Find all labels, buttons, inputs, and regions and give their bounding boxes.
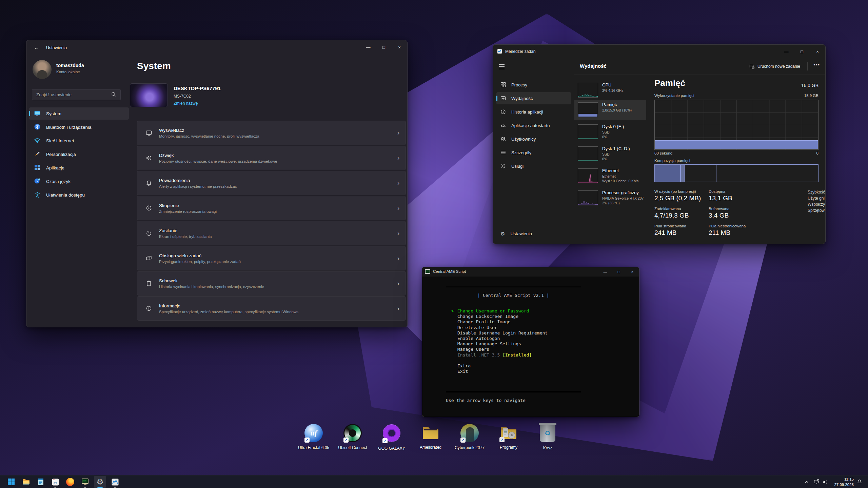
- menu-item[interactable]: De-elevate User: [446, 325, 609, 330]
- perf-item-memory[interactable]: Pamięć 2,8/15,9 GB (18%): [574, 100, 646, 120]
- settings-row-sound[interactable]: Dźwięk Poziomy głośności, wyjście, dane …: [137, 146, 406, 170]
- desktop-icon-programy[interactable]: ↗ Programy: [491, 424, 526, 450]
- sidebar-item-bluetooth[interactable]: Bluetooth i urządzenia: [29, 121, 129, 133]
- more-options-button[interactable]: •••: [813, 62, 820, 67]
- back-icon[interactable]: ←: [34, 44, 39, 50]
- nav-item-settings[interactable]: ⚙ Ustawienia: [496, 227, 571, 240]
- menu-item-selected[interactable]: >Change Username or Password: [446, 308, 609, 314]
- nav-item-startup-apps[interactable]: Aplikacje autostartu: [496, 119, 571, 131]
- run-new-task-button[interactable]: Uruchom nowe zadanie: [746, 61, 804, 72]
- console-body[interactable]: | Central AME Script v2.1 | >Change User…: [422, 277, 639, 417]
- clock-date: 27.09.2023: [828, 482, 854, 488]
- nav-item-processes[interactable]: Procesy: [496, 79, 571, 91]
- menu-item[interactable]: Manage Language Settings: [446, 341, 609, 347]
- network-icon[interactable]: [812, 476, 821, 488]
- shortcut-arrow-icon: ↗: [382, 438, 388, 443]
- terminal-button[interactable]: [79, 476, 91, 488]
- settings-row-power[interactable]: Zasilanie Ekran i uśpienie, tryb zasilan…: [137, 221, 406, 245]
- minimize-button[interactable]: —: [778, 45, 794, 58]
- nav-item-app-history[interactable]: Historia aplikacji: [496, 106, 571, 118]
- display-icon: [145, 129, 152, 136]
- settings-row-notifications[interactable]: Powiadomienia Alerty z aplikacji i syste…: [137, 171, 406, 195]
- desktop-icon-kosz[interactable]: ♻ Kosz: [530, 424, 565, 450]
- desktop-icon-cyberpunk-2077[interactable]: ↗ Cyberpunk 2077: [452, 424, 487, 450]
- maximize-button[interactable]: □: [376, 40, 392, 54]
- task-manager-titlebar: Menedżer zadań — □ ×: [493, 45, 825, 58]
- avatar[interactable]: [33, 60, 52, 79]
- settings-row-about[interactable]: Informacje Specyfikacje urządzeń, zmień …: [137, 296, 406, 321]
- hamburger-menu-icon[interactable]: [499, 64, 505, 69]
- menu-item-disabled[interactable]: Install .NET 3.5 [Installed]: [446, 352, 609, 358]
- perf-item-gpu[interactable]: Procesor graficzny NVIDIA GeForce RTX 20…: [574, 188, 646, 208]
- rename-link[interactable]: Zmień nazwę: [174, 101, 198, 106]
- separator-line: [446, 287, 581, 287]
- sidebar-item-label: Ułatwienia dostępu: [46, 192, 85, 198]
- perf-line3: 0%: [602, 135, 607, 139]
- perf-line2: 2,8/15,9 GB (18%): [602, 108, 632, 112]
- performance-list: CPU 3% 4,16 GHz Pamięć 2,8/15,9 GB (18%)…: [574, 75, 646, 244]
- search-input[interactable]: Znajdź ustawienie: [32, 89, 121, 100]
- sidebar-item-time-language[interactable]: Czas i język: [29, 175, 129, 187]
- start-button[interactable]: [5, 476, 17, 488]
- composition-standby: [685, 165, 716, 182]
- minimize-button[interactable]: —: [360, 40, 376, 54]
- firefox-button[interactable]: [64, 476, 76, 488]
- menu-item[interactable]: Change Profile Image: [446, 319, 609, 325]
- performance-icon: [500, 96, 506, 101]
- nav-label: Aplikacje autostartu: [511, 123, 550, 128]
- settings-row-focus[interactable]: Skupienie Zmniejszenie rozpraszania uwag…: [137, 196, 406, 220]
- close-button[interactable]: ×: [626, 267, 639, 277]
- task-manager-button[interactable]: [109, 476, 121, 488]
- nav-item-users[interactable]: Użytkownicy: [496, 133, 571, 145]
- nav-item-performance[interactable]: Wydajność: [496, 92, 571, 104]
- close-button[interactable]: ×: [392, 40, 407, 54]
- perf-item-ethernet[interactable]: Ethernet Ethernet Wysł.: 0 Odebr.: 0 Kb/…: [574, 166, 646, 186]
- menu-item[interactable]: Enable AutoLogon: [446, 336, 609, 341]
- perf-item-disk0[interactable]: Dysk 0 (E:) SSD 0%: [574, 122, 646, 142]
- history-icon: [500, 109, 506, 115]
- desktop-icon-ameliorated[interactable]: Ameliorated: [413, 424, 448, 450]
- sidebar-item-accessibility[interactable]: Ułatwienia dostępu: [29, 189, 129, 201]
- notepad-icon: [37, 478, 44, 486]
- menu-item[interactable]: Change Lockscreen Image: [446, 314, 609, 319]
- sidebar-item-apps[interactable]: Aplikacje: [29, 162, 129, 174]
- menu-item[interactable]: Extra: [446, 363, 609, 369]
- menu-item[interactable]: Manage Users: [446, 347, 609, 352]
- command-prompt-icon: [81, 478, 89, 486]
- stat-label: Pula stronicowana: [654, 224, 686, 228]
- user-name: tomaszduda: [56, 63, 84, 68]
- nav-label: Usługi: [511, 164, 524, 169]
- row-subtitle: Historia wycinania i kopiowania, synchro…: [159, 285, 264, 289]
- perf-line2: 3% 4,16 GHz: [602, 88, 623, 93]
- desktop-icon-gog-galaxy[interactable]: ↗ GOG GALAXY: [374, 424, 409, 451]
- settings-row-display[interactable]: Wyświetlacz Monitory, jasność, wyświetla…: [137, 121, 406, 145]
- nav-item-services[interactable]: Usługi: [496, 160, 571, 172]
- menu-item[interactable]: Disable Username Login Requirement: [446, 330, 609, 336]
- nav-item-details[interactable]: Szczegóły: [496, 146, 571, 159]
- settings-row-clipboard[interactable]: Schowek Historia wycinania i kopiowania,…: [137, 271, 406, 296]
- perf-item-cpu[interactable]: CPU 3% 4,16 GHz: [574, 81, 646, 100]
- sidebar-item-system[interactable]: System: [29, 107, 129, 120]
- notepad-button[interactable]: [35, 476, 47, 488]
- file-explorer-button[interactable]: [20, 476, 32, 488]
- taskbar-clock[interactable]: 11:15 27.09.2023: [828, 477, 854, 487]
- settings-button[interactable]: ⚙: [94, 476, 106, 488]
- sidebar-item-personalization[interactable]: Personalizacja: [29, 148, 129, 160]
- menu-item[interactable]: Exit: [446, 369, 609, 374]
- svg-text:z: z: [860, 480, 861, 482]
- close-button[interactable]: ×: [810, 45, 825, 58]
- tray-chevron-up-icon[interactable]: [802, 476, 811, 488]
- maximize-button[interactable]: □: [794, 45, 810, 58]
- maximize-button[interactable]: □: [612, 267, 626, 277]
- desktop-icon-ultra-fractal[interactable]: uf ↗ Ultra Fractal 6.05: [296, 424, 331, 450]
- snipping-tool-button[interactable]: ✂: [49, 476, 61, 488]
- detail-label: Współczynnik postaci:: [808, 202, 826, 207]
- perf-item-disk1[interactable]: Dysk 1 (C: D:) SSD 0%: [574, 144, 646, 164]
- notification-bell-icon[interactable]: z: [855, 476, 864, 488]
- windows-logo-icon: [7, 478, 15, 486]
- perf-name: Ethernet: [602, 168, 619, 173]
- settings-row-multitasking[interactable]: Obsługa wielu zadań Przyciąganie okien, …: [137, 246, 406, 270]
- minimize-button[interactable]: —: [598, 267, 612, 277]
- desktop-icon-ubisoft-connect[interactable]: ↗ Ubisoft Connect: [335, 424, 370, 450]
- sidebar-item-network[interactable]: Sieć i Internet: [29, 135, 129, 147]
